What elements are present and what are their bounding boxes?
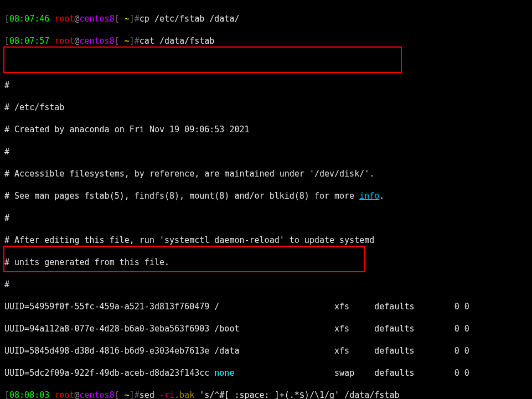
info-link: info: [359, 191, 379, 201]
fstab-line: #: [4, 279, 528, 290]
terminal-output[interactable]: [08:07:46 root@centos8[ ~]#cp /etc/fstab…: [0, 0, 532, 399]
fstab-uuid-line: UUID=94a112a8-077e-4d28-b6a0-3eba563f690…: [4, 323, 528, 334]
prompt-line-1: [08:07:46 root@centos8[ ~]#cp /etc/fstab…: [4, 13, 528, 24]
fstab-uuid-line: UUID=5845d498-d38d-4816-b6d9-e3034eb7613…: [4, 345, 528, 356]
prompt-line-2: [08:07:57 root@centos8[ ~]#cat /data/fst…: [4, 35, 528, 46]
fstab-line: # Created by anaconda on Fri Nov 19 09:0…: [4, 124, 528, 135]
fstab-line: # After editing this file, run 'systemct…: [4, 235, 528, 246]
fstab-line: # /etc/fstab: [4, 102, 528, 113]
fstab-uuid-line: UUID=5dc2f09a-922f-49db-aceb-d8da23f143c…: [4, 367, 528, 379]
fstab-line: # units generated from this file.: [4, 257, 528, 268]
fstab-uuid-line: UUID=54959f0f-55fc-459a-a521-3d813f76047…: [4, 301, 528, 312]
fstab-line: # See man pages fstab(5), findfs(8), mou…: [4, 190, 528, 201]
fstab-line: # Accessible filesystems, by reference, …: [4, 168, 528, 179]
fstab-line: #: [4, 146, 528, 157]
fstab-line: #: [4, 213, 528, 224]
blank-line: [4, 58, 528, 69]
fstab-line: #: [4, 80, 528, 91]
prompt-line-3: [08:08:03 root@centos8[ ~]#sed -ri.bak '…: [4, 390, 528, 399]
